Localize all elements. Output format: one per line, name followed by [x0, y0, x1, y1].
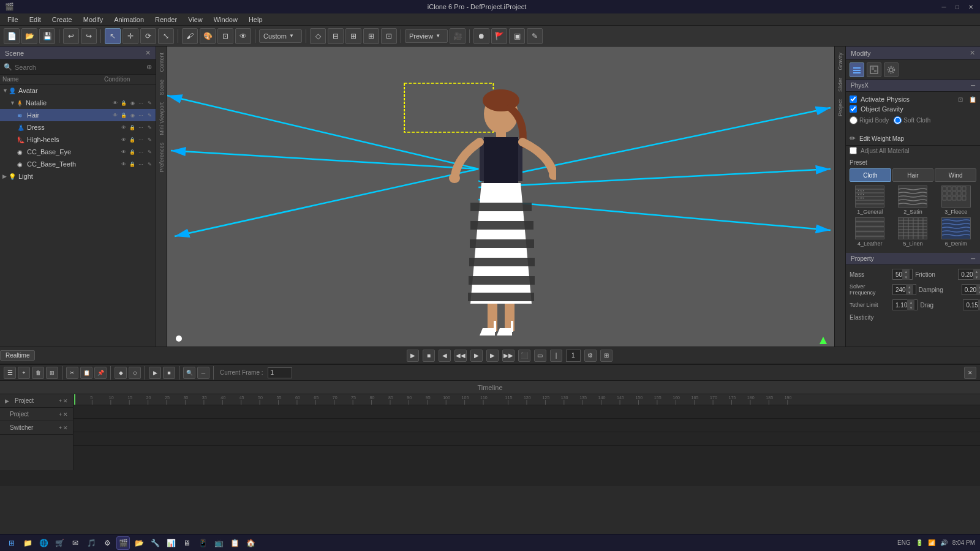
- viewport-area[interactable]: [167, 47, 834, 347]
- taskbar-app6[interactable]: 📋: [228, 536, 241, 550]
- tl-tb-stop[interactable]: ■: [163, 367, 175, 379]
- tb-snap[interactable]: ⊞: [345, 28, 361, 44]
- taskbar-app1[interactable]: 🔧: [148, 536, 162, 550]
- taskbar-settings[interactable]: ⚙: [100, 536, 114, 550]
- tl-tb-new-track[interactable]: +: [18, 367, 30, 379]
- preset-satin[interactable]: 2_Satin: [892, 186, 933, 215]
- solver-down[interactable]: ▼: [906, 290, 913, 295]
- more-btn[interactable]: ⋯: [137, 99, 145, 107]
- tb-undo[interactable]: ↩: [63, 28, 79, 44]
- tb-cam[interactable]: 🎥: [450, 28, 466, 44]
- prev-frame-btn[interactable]: ◀: [439, 350, 451, 362]
- tree-item-natalie[interactable]: ▼ 🧍 Natalie 👁 🔒 ◉ ⋯ ✎: [0, 97, 156, 109]
- menu-view[interactable]: View: [183, 15, 208, 24]
- tl-tb-group[interactable]: ⊞: [46, 367, 58, 379]
- tb-rec3[interactable]: ▣: [509, 28, 525, 44]
- tree-item-hair[interactable]: ≋ Hair 👁 🔒 ◉ ⋯ ✎: [0, 109, 156, 121]
- eye-more-btn[interactable]: ⋯: [137, 148, 145, 156]
- track2-add-icon[interactable]: +: [59, 411, 62, 418]
- mass-down[interactable]: ▼: [902, 274, 910, 280]
- menu-render[interactable]: Render: [150, 15, 182, 24]
- tl-tb-menu[interactable]: ☰: [4, 367, 16, 379]
- tb-grid[interactable]: ⊞: [363, 28, 379, 44]
- tl-tb-close[interactable]: ✕: [964, 367, 976, 379]
- teeth-more-btn[interactable]: ⋯: [137, 160, 145, 168]
- track-row-3[interactable]: [74, 432, 980, 446]
- tb-move[interactable]: ✛: [123, 28, 138, 44]
- heels-lock-btn[interactable]: 🔒: [129, 136, 136, 143]
- search-expand-icon[interactable]: ⊕: [146, 63, 152, 71]
- back-btn[interactable]: ◀◀: [454, 350, 467, 362]
- rigid-body-radio[interactable]: Rigid Body: [850, 116, 889, 124]
- tb-rec1[interactable]: ⏺: [473, 28, 489, 44]
- play-loop-btn[interactable]: ▶: [470, 350, 483, 362]
- tb-pivot[interactable]: ◇: [310, 28, 326, 44]
- track3-close-icon[interactable]: ✕: [63, 425, 68, 431]
- tb-rec2[interactable]: 🚩: [491, 28, 507, 44]
- track-close-icon[interactable]: ✕: [63, 398, 68, 404]
- dress-lock-btn[interactable]: 🔒: [129, 124, 136, 131]
- tl-tb-zoom-in[interactable]: 🔍: [183, 367, 195, 379]
- taskbar-store[interactable]: 🛒: [53, 536, 66, 550]
- teeth-vis-btn[interactable]: 👁: [120, 160, 127, 168]
- eye-edit-btn[interactable]: ✎: [146, 148, 153, 156]
- taskbar-folder[interactable]: 📁: [21, 536, 34, 550]
- taskbar-app7[interactable]: 🏠: [244, 536, 257, 550]
- modify-close-icon[interactable]: ✕: [970, 49, 975, 57]
- vtab-preferences[interactable]: Preferences: [157, 139, 166, 176]
- vtab-mini-viewport[interactable]: Mini Viewport: [157, 99, 166, 139]
- taskbar-app2[interactable]: 📊: [164, 536, 178, 550]
- solo-btn[interactable]: ◉: [129, 99, 136, 107]
- taskbar-volume[interactable]: 🔊: [940, 539, 948, 546]
- adjust-all-checkbox[interactable]: [850, 147, 857, 154]
- tl-tb-key[interactable]: ◆: [115, 367, 127, 379]
- hair-lock-btn[interactable]: 🔒: [120, 111, 127, 119]
- stop-btn[interactable]: ■: [423, 350, 435, 362]
- vtab-project[interactable]: Project: [836, 96, 845, 120]
- tree-item-avatar[interactable]: ▼ 👤 Avatar: [0, 84, 156, 97]
- mod-icon-settings[interactable]: [884, 62, 899, 77]
- mass-up[interactable]: ▲: [902, 269, 910, 274]
- tb-redo[interactable]: ↪: [81, 28, 97, 44]
- preview-dropdown[interactable]: Preview ▼: [405, 29, 448, 43]
- preset-denim[interactable]: 6_Denim: [936, 217, 976, 247]
- taskbar-explorer[interactable]: 📂: [132, 536, 146, 550]
- vtab-slider[interactable]: Slider: [836, 74, 845, 96]
- taskbar-app3[interactable]: 🖥: [180, 536, 194, 550]
- property-section-header[interactable]: Property ─: [846, 253, 980, 265]
- physx-icon1[interactable]: ⊡: [958, 96, 963, 103]
- menu-window[interactable]: Window: [209, 15, 243, 24]
- maximize-btn[interactable]: □: [953, 2, 962, 11]
- timeline-ruler-area[interactable]: 5 10 15 20 25 30 35 40 45: [74, 394, 980, 470]
- soft-cloth-radio[interactable]: Soft Cloth: [894, 116, 930, 124]
- track-row-1[interactable]: [74, 405, 980, 419]
- record-area-btn[interactable]: ⬛: [518, 350, 530, 362]
- teeth-lock-btn[interactable]: 🔒: [129, 160, 136, 168]
- tl-tb-cut[interactable]: ✂: [66, 367, 78, 379]
- track-row-2[interactable]: [74, 419, 980, 432]
- scene-close-icon[interactable]: ✕: [145, 49, 151, 57]
- hair-more-btn[interactable]: ⋯: [137, 111, 145, 119]
- menu-create[interactable]: Create: [47, 15, 77, 24]
- tb-select[interactable]: ↖: [105, 28, 121, 44]
- tb-brush3[interactable]: ⊡: [217, 28, 233, 44]
- preset-linen[interactable]: 5_Linen: [892, 217, 933, 247]
- play-btn[interactable]: ▶: [407, 350, 419, 362]
- track-add-icon[interactable]: +: [59, 398, 62, 404]
- edit-btn[interactable]: ✎: [146, 99, 153, 107]
- preset-leather[interactable]: 4_Leather: [850, 217, 890, 247]
- tb-mode[interactable]: ⊡: [381, 28, 397, 44]
- current-frame-input[interactable]: [268, 367, 292, 378]
- menu-help[interactable]: Help: [244, 15, 268, 24]
- tether-up[interactable]: ▲: [907, 299, 914, 305]
- track-project[interactable]: ▶ Project + ✕: [0, 394, 73, 408]
- custom-dropdown[interactable]: Custom ▼: [259, 29, 302, 43]
- preset-tab-cloth[interactable]: Cloth: [850, 168, 891, 182]
- physx-icon2[interactable]: 📋: [969, 96, 976, 103]
- tb-scale[interactable]: ⤡: [158, 28, 174, 44]
- lock-btn[interactable]: 🔒: [120, 99, 127, 107]
- tl-tb-del[interactable]: 🗑: [32, 367, 44, 379]
- heels-edit-btn[interactable]: ✎: [146, 136, 153, 143]
- teeth-edit-btn[interactable]: ✎: [146, 160, 153, 168]
- dress-edit-btn[interactable]: ✎: [146, 124, 153, 131]
